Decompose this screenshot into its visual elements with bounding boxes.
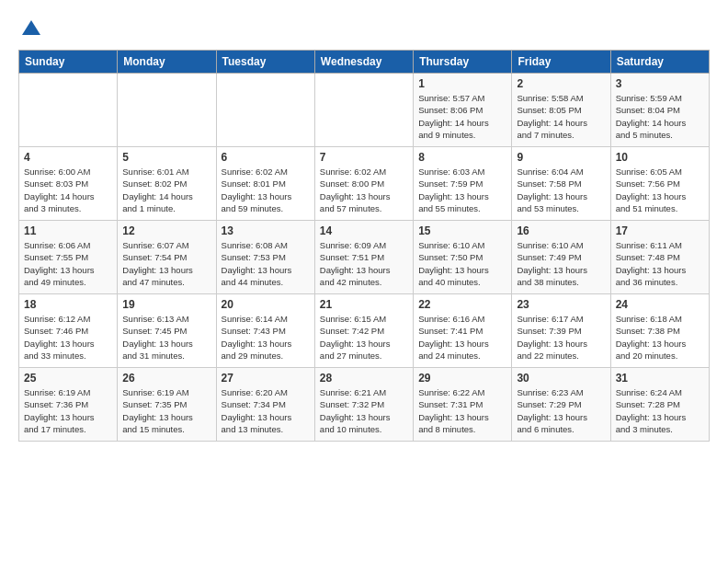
day-number: 27 [222, 372, 310, 385]
day-cell: 22Sunrise: 6:16 AM Sunset: 7:41 PM Dayli… [414, 294, 512, 368]
day-info: Sunrise: 6:04 AM Sunset: 7:58 PM Dayligh… [517, 166, 605, 214]
day-number: 15 [418, 224, 506, 237]
day-number: 2 [517, 77, 605, 90]
day-info: Sunrise: 6:12 AM Sunset: 7:46 PM Dayligh… [24, 313, 112, 362]
day-info: Sunrise: 6:17 AM Sunset: 7:39 PM Dayligh… [517, 313, 605, 362]
day-info: Sunrise: 6:22 AM Sunset: 7:31 PM Dayligh… [418, 386, 506, 435]
header-row: SundayMondayTuesdayWednesdayThursdayFrid… [19, 51, 710, 74]
day-cell: 18Sunrise: 6:12 AM Sunset: 7:46 PM Dayli… [19, 294, 118, 368]
day-header-wednesday: Wednesday [314, 51, 413, 74]
day-number: 21 [320, 298, 408, 311]
day-cell: 11Sunrise: 6:06 AM Sunset: 7:55 PM Dayli… [19, 221, 118, 294]
day-number: 22 [418, 298, 506, 311]
day-cell [118, 74, 216, 147]
day-info: Sunrise: 6:18 AM Sunset: 7:38 PM Dayligh… [616, 313, 704, 362]
day-info: Sunrise: 6:02 AM Sunset: 8:00 PM Dayligh… [320, 166, 408, 214]
day-cell: 15Sunrise: 6:10 AM Sunset: 7:50 PM Dayli… [414, 221, 512, 294]
day-cell: 1Sunrise: 5:57 AM Sunset: 8:06 PM Daylig… [414, 74, 512, 147]
day-number: 19 [122, 298, 210, 311]
day-info: Sunrise: 6:11 AM Sunset: 7:48 PM Dayligh… [616, 239, 704, 288]
day-number: 4 [24, 151, 112, 164]
day-cell: 8Sunrise: 6:03 AM Sunset: 7:59 PM Daylig… [414, 147, 512, 221]
day-cell: 21Sunrise: 6:15 AM Sunset: 7:42 PM Dayli… [314, 294, 413, 368]
day-cell: 17Sunrise: 6:11 AM Sunset: 7:48 PM Dayli… [610, 221, 709, 294]
day-cell: 25Sunrise: 6:19 AM Sunset: 7:36 PM Dayli… [19, 368, 118, 442]
day-info: Sunrise: 6:20 AM Sunset: 7:34 PM Dayligh… [222, 386, 310, 435]
day-cell: 7Sunrise: 6:02 AM Sunset: 8:00 PM Daylig… [314, 147, 413, 221]
day-header-sunday: Sunday [19, 51, 118, 74]
day-cell: 28Sunrise: 6:21 AM Sunset: 7:32 PM Dayli… [314, 368, 413, 442]
day-number: 25 [24, 372, 112, 385]
page-header [18, 18, 710, 40]
day-cell: 26Sunrise: 6:19 AM Sunset: 7:35 PM Dayli… [118, 368, 216, 442]
day-info: Sunrise: 6:10 AM Sunset: 7:50 PM Dayligh… [418, 239, 506, 288]
svg-marker-0 [22, 20, 40, 35]
day-number: 6 [222, 151, 310, 164]
week-row-4: 18Sunrise: 6:12 AM Sunset: 7:46 PM Dayli… [19, 294, 710, 368]
day-header-tuesday: Tuesday [216, 51, 314, 74]
day-cell: 5Sunrise: 6:01 AM Sunset: 8:02 PM Daylig… [118, 147, 216, 221]
day-header-friday: Friday [512, 51, 610, 74]
day-cell: 14Sunrise: 6:09 AM Sunset: 7:51 PM Dayli… [314, 221, 413, 294]
day-info: Sunrise: 6:23 AM Sunset: 7:29 PM Dayligh… [517, 386, 605, 435]
day-cell: 4Sunrise: 6:00 AM Sunset: 8:03 PM Daylig… [19, 147, 118, 221]
day-info: Sunrise: 6:01 AM Sunset: 8:02 PM Dayligh… [122, 166, 210, 214]
day-cell [314, 74, 413, 147]
day-cell [19, 74, 118, 147]
day-number: 13 [222, 224, 310, 237]
day-cell: 10Sunrise: 6:05 AM Sunset: 7:56 PM Dayli… [610, 147, 709, 221]
day-number: 1 [418, 77, 506, 90]
day-info: Sunrise: 6:00 AM Sunset: 8:03 PM Dayligh… [24, 166, 112, 214]
week-row-3: 11Sunrise: 6:06 AM Sunset: 7:55 PM Dayli… [19, 221, 710, 294]
day-number: 5 [122, 151, 210, 164]
day-info: Sunrise: 6:05 AM Sunset: 7:56 PM Dayligh… [616, 166, 704, 214]
day-cell: 24Sunrise: 6:18 AM Sunset: 7:38 PM Dayli… [610, 294, 709, 368]
day-header-monday: Monday [118, 51, 216, 74]
day-number: 30 [517, 372, 605, 385]
day-number: 7 [320, 151, 408, 164]
day-info: Sunrise: 6:13 AM Sunset: 7:45 PM Dayligh… [122, 313, 210, 362]
day-info: Sunrise: 6:07 AM Sunset: 7:54 PM Dayligh… [122, 239, 210, 288]
logo [18, 18, 42, 40]
day-number: 29 [418, 372, 506, 385]
day-cell [216, 74, 314, 147]
day-info: Sunrise: 6:24 AM Sunset: 7:28 PM Dayligh… [616, 386, 704, 435]
day-number: 16 [517, 224, 605, 237]
day-header-thursday: Thursday [414, 51, 512, 74]
day-number: 18 [24, 298, 112, 311]
day-number: 26 [122, 372, 210, 385]
day-cell: 12Sunrise: 6:07 AM Sunset: 7:54 PM Dayli… [118, 221, 216, 294]
day-info: Sunrise: 6:10 AM Sunset: 7:49 PM Dayligh… [517, 239, 605, 288]
day-number: 17 [616, 224, 704, 237]
day-cell: 30Sunrise: 6:23 AM Sunset: 7:29 PM Dayli… [512, 368, 610, 442]
day-number: 23 [517, 298, 605, 311]
day-info: Sunrise: 6:19 AM Sunset: 7:35 PM Dayligh… [122, 386, 210, 435]
day-info: Sunrise: 6:21 AM Sunset: 7:32 PM Dayligh… [320, 386, 408, 435]
day-header-saturday: Saturday [610, 51, 709, 74]
day-number: 20 [222, 298, 310, 311]
day-info: Sunrise: 5:57 AM Sunset: 8:06 PM Dayligh… [418, 92, 506, 141]
day-info: Sunrise: 6:09 AM Sunset: 7:51 PM Dayligh… [320, 239, 408, 288]
logo-icon [20, 18, 42, 40]
day-cell: 2Sunrise: 5:58 AM Sunset: 8:05 PM Daylig… [512, 74, 610, 147]
day-cell: 29Sunrise: 6:22 AM Sunset: 7:31 PM Dayli… [414, 368, 512, 442]
week-row-1: 1Sunrise: 5:57 AM Sunset: 8:06 PM Daylig… [19, 74, 710, 147]
calendar-table: SundayMondayTuesdayWednesdayThursdayFrid… [18, 50, 710, 442]
day-number: 31 [616, 372, 704, 385]
day-cell: 3Sunrise: 5:59 AM Sunset: 8:04 PM Daylig… [610, 74, 709, 147]
day-number: 14 [320, 224, 408, 237]
day-info: Sunrise: 6:08 AM Sunset: 7:53 PM Dayligh… [222, 239, 310, 288]
day-cell: 16Sunrise: 6:10 AM Sunset: 7:49 PM Dayli… [512, 221, 610, 294]
day-number: 24 [616, 298, 704, 311]
day-info: Sunrise: 6:02 AM Sunset: 8:01 PM Dayligh… [222, 166, 310, 214]
day-cell: 23Sunrise: 6:17 AM Sunset: 7:39 PM Dayli… [512, 294, 610, 368]
day-number: 10 [616, 151, 704, 164]
day-info: Sunrise: 5:58 AM Sunset: 8:05 PM Dayligh… [517, 92, 605, 141]
day-number: 28 [320, 372, 408, 385]
day-info: Sunrise: 6:14 AM Sunset: 7:43 PM Dayligh… [222, 313, 310, 362]
day-number: 9 [517, 151, 605, 164]
day-info: Sunrise: 6:15 AM Sunset: 7:42 PM Dayligh… [320, 313, 408, 362]
day-info: Sunrise: 6:16 AM Sunset: 7:41 PM Dayligh… [418, 313, 506, 362]
day-number: 11 [24, 224, 112, 237]
day-cell: 13Sunrise: 6:08 AM Sunset: 7:53 PM Dayli… [216, 221, 314, 294]
